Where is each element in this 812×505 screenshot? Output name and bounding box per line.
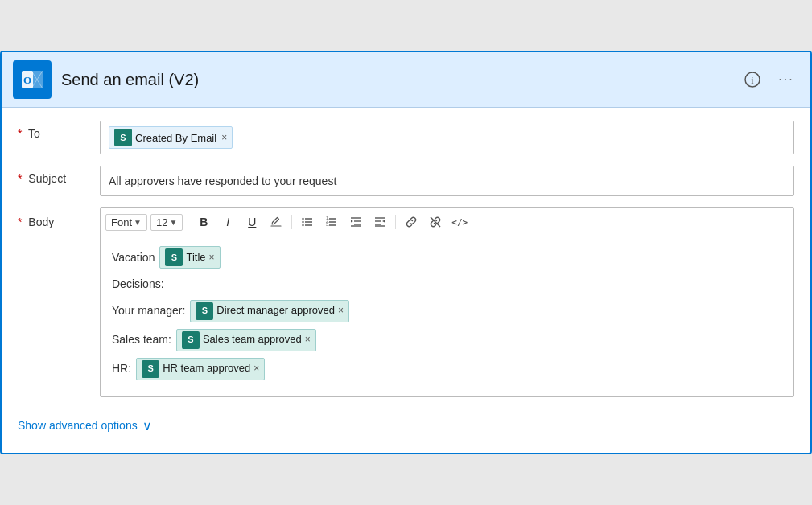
font-label: Font [111, 216, 132, 228]
to-chip-close[interactable]: × [221, 132, 227, 143]
manager-chip-label: Direct manager approved [216, 302, 335, 319]
svg-point-8 [303, 218, 304, 220]
body-required-star: * [18, 216, 22, 228]
show-advanced-button[interactable]: Show advanced options ∨ [18, 409, 794, 437]
manager-chip-icon: S [196, 302, 213, 320]
sales-chip-icon: S [182, 331, 200, 349]
body-line-decisions: Decisions: [112, 275, 782, 293]
to-field[interactable]: S Created By Email × [100, 121, 794, 154]
send-email-card: O Send an email (V2) i ··· * [0, 51, 812, 454]
manager-prefix-text: Your manager: [112, 302, 185, 319]
body-line-hr: HR: S HR team approved × [112, 358, 782, 380]
bold-button[interactable]: B [193, 211, 214, 232]
body-line-sales: Sales team: S Sales team approved × [112, 329, 782, 351]
more-options-button[interactable]: ··· [773, 67, 799, 92]
num-list-button[interactable]: 1.2.3. [321, 211, 342, 232]
svg-point-10 [303, 221, 304, 223]
to-required-star: * [18, 127, 22, 140]
svg-text:i: i [751, 75, 754, 86]
manager-chip-close[interactable]: × [338, 303, 344, 318]
hr-chip-close[interactable]: × [253, 361, 259, 376]
to-chip-label: Created By Email [135, 132, 216, 144]
highlight-button[interactable] [266, 211, 286, 232]
toolbar-divider-1 [188, 215, 188, 229]
font-arrow: ▼ [134, 218, 142, 227]
svg-marker-28 [382, 220, 385, 223]
link-button[interactable] [401, 211, 422, 232]
vacation-text: Vacation [112, 248, 155, 266]
editor-toolbar: Font ▼ 12 ▼ B I U [101, 208, 793, 236]
font-select[interactable]: Font ▼ [105, 214, 147, 231]
font-size-arrow: ▼ [169, 218, 177, 227]
sales-chip-label: Sales team approved [203, 331, 302, 348]
to-chip: S Created By Email × [109, 126, 233, 149]
to-label: * To [18, 121, 90, 140]
decisions-text: Decisions: [112, 275, 164, 293]
hr-chip: S HR team approved × [136, 358, 265, 380]
header-actions: i ··· [740, 67, 799, 92]
body-row: * Body Font ▼ 12 ▼ B I U [18, 207, 794, 396]
italic-button[interactable]: I [217, 211, 238, 232]
subject-value: All approvers have responded to your req… [109, 174, 336, 187]
sales-prefix-text: Sales team: [112, 331, 171, 348]
font-size-select[interactable]: 12 ▼ [150, 214, 183, 231]
svg-text:3.: 3. [326, 222, 329, 227]
app-icon-box: O [13, 60, 52, 99]
card-header: O Send an email (V2) i ··· [2, 52, 810, 108]
header-title: Send an email (V2) [61, 71, 730, 89]
subject-field[interactable]: All approvers have responded to your req… [100, 166, 794, 196]
body-line-vacation: Vacation S Title × [112, 246, 782, 269]
font-size-label: 12 [156, 216, 167, 228]
hr-chip-label: HR team approved [163, 360, 250, 377]
manager-chip: S Direct manager approved × [190, 300, 349, 322]
body-line-manager: Your manager: S Direct manager approved … [112, 300, 782, 322]
unlink-button[interactable] [425, 211, 446, 232]
title-chip-label: Title [186, 249, 205, 266]
subject-row: * Subject All approvers have responded t… [18, 166, 794, 196]
title-chip-close[interactable]: × [209, 250, 215, 265]
subject-required-star: * [18, 172, 22, 185]
to-chip-icon: S [114, 129, 132, 146]
svg-marker-23 [351, 220, 353, 223]
indent-left-button[interactable] [345, 211, 366, 232]
toolbar-divider-2 [291, 215, 292, 229]
sales-chip: S Sales team approved × [176, 329, 316, 351]
outlook-icon: O [20, 68, 44, 92]
title-chip-icon: S [165, 248, 183, 266]
title-chip: S Title × [159, 246, 220, 269]
toolbar-divider-3 [395, 215, 396, 229]
info-button[interactable]: i [740, 67, 765, 92]
form-body: * To S Created By Email × * Subject Al [2, 108, 810, 452]
show-advanced-label: Show advanced options [18, 419, 138, 432]
hr-prefix-text: HR: [112, 359, 131, 377]
editor-content-area[interactable]: Vacation S Title × Decisions: Your manag [101, 236, 793, 396]
show-advanced-icon: ∨ [142, 418, 152, 433]
svg-text:O: O [23, 74, 31, 86]
hr-chip-icon: S [142, 360, 159, 378]
body-label: * Body [18, 207, 90, 228]
svg-point-12 [303, 224, 304, 226]
sales-chip-close[interactable]: × [305, 332, 311, 347]
subject-label: * Subject [18, 166, 90, 185]
code-button[interactable]: </> [449, 211, 470, 232]
indent-right-button[interactable] [369, 211, 390, 232]
body-editor[interactable]: Font ▼ 12 ▼ B I U [100, 207, 794, 396]
to-row: * To S Created By Email × [18, 121, 794, 154]
bullet-list-button[interactable] [297, 211, 318, 232]
underline-button[interactable]: U [241, 211, 262, 232]
